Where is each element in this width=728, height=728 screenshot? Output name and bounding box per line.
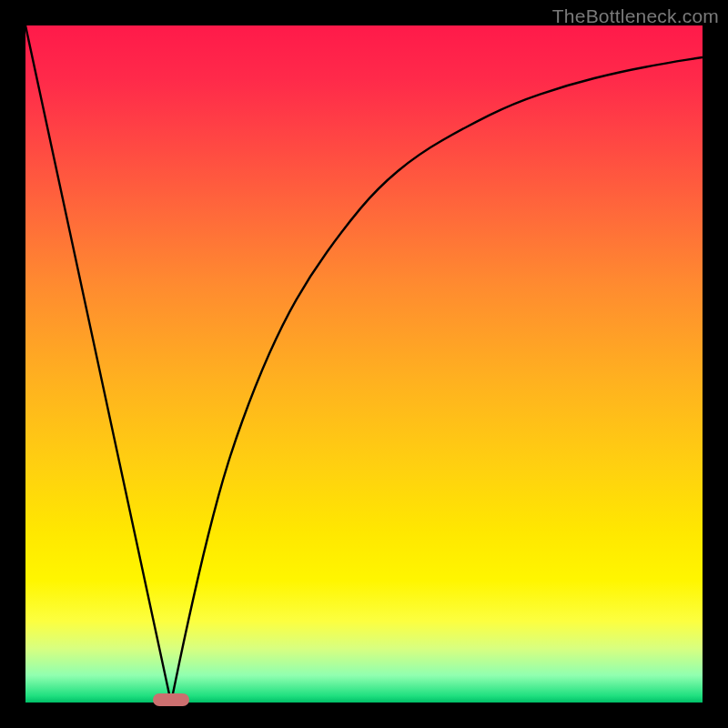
watermark-text: TheBottleneck.com [552, 5, 719, 27]
plot-area [25, 25, 703, 703]
minimum-marker [153, 693, 189, 706]
